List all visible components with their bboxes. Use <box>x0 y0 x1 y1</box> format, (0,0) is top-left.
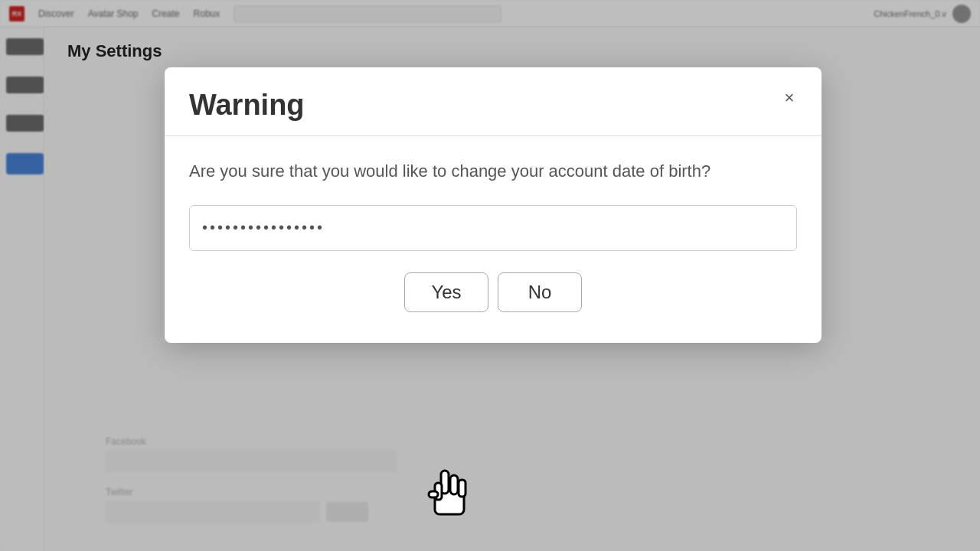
modal-title: Warning <box>189 89 305 121</box>
modal-body: Are you sure that you would like to chan… <box>165 136 822 343</box>
password-input-wrapper[interactable] <box>189 205 797 251</box>
page-background: RX Discover Avatar Shop Create Robux Chi… <box>0 0 980 551</box>
warning-modal: Warning × Are you sure that you would li… <box>165 67 822 343</box>
modal-message: Are you sure that you would like to chan… <box>189 159 797 184</box>
modal-close-button[interactable]: × <box>776 84 803 112</box>
modal-header: Warning × <box>165 67 822 135</box>
no-button[interactable]: No <box>498 272 582 312</box>
password-input[interactable] <box>202 219 784 236</box>
yes-button[interactable]: Yes <box>404 272 488 312</box>
modal-buttons: Yes No <box>189 272 797 318</box>
